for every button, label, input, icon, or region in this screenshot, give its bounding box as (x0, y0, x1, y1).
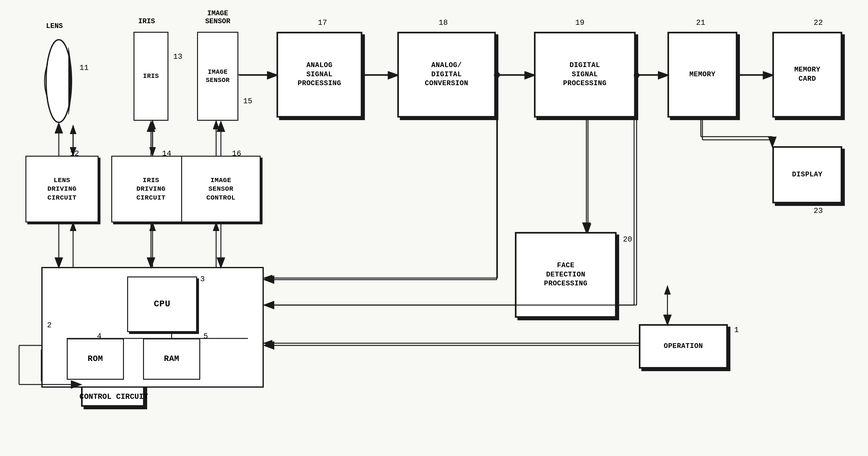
ram-ref: 5 (204, 332, 208, 340)
display-block: DISPLAY (772, 146, 842, 203)
image-sensor-control-ref: 16 (232, 149, 241, 158)
memory-block: MEMORY (668, 32, 737, 118)
lens-driving-block: LENSDRIVINGCIRCUIT (25, 156, 98, 222)
rom-block: ROM (67, 338, 124, 380)
cpu-block: CPU (127, 276, 197, 332)
iris-driving-block: IRISDRIVINGCIRCUIT (111, 156, 191, 222)
cpu-ref: 3 (200, 275, 205, 284)
display-ref: 23 (814, 206, 823, 215)
lens-label: LENS (46, 22, 63, 30)
memory-card-block: MEMORYCARD (772, 32, 842, 118)
iris-driving-ref: 14 (162, 149, 171, 158)
image-sensor-control-block: IMAGESENSORCONTROL (181, 156, 260, 222)
analog-digital-ref: 18 (439, 19, 448, 27)
analog-digital-block: ANALOG/DIGITALCONVERSION (397, 32, 496, 118)
lens-ref: 11 (80, 64, 89, 72)
analog-signal-block: ANALOGSIGNALPROCESSING (277, 32, 362, 118)
diagram-container: LENS 11 IRIS IRIS 13 IMAGESENSOR IMAGESE… (0, 0, 868, 456)
face-detection-ref: 20 (623, 235, 632, 244)
analog-signal-ref: 17 (318, 19, 327, 27)
control-circuit-label: CONTROL CIRCUIT (80, 392, 148, 401)
control-circuit-ref: 2 (47, 321, 52, 329)
digital-signal-ref: 19 (575, 19, 585, 27)
svg-point-31 (46, 40, 71, 122)
memory-card-ref: 22 (814, 19, 823, 27)
face-detection-block: FACEDETECTIONPROCESSING (515, 232, 617, 318)
image-sensor-block: IMAGESENSOR (197, 32, 238, 121)
iris-label: IRIS (138, 18, 155, 25)
image-sensor-label: IMAGESENSOR (194, 9, 242, 25)
operation-ref: 1 (734, 326, 739, 334)
digital-signal-block: DIGITALSIGNALPROCESSING (534, 32, 636, 118)
iris-ref: 13 (173, 53, 182, 61)
memory-ref: 21 (696, 19, 705, 27)
ram-block: RAM (143, 338, 200, 380)
iris-block: IRIS (133, 32, 168, 121)
lens-shape (38, 38, 80, 124)
operation-block: OPERATION (639, 324, 728, 369)
image-sensor-ref: 15 (243, 97, 252, 105)
rom-ref: 4 (97, 332, 101, 340)
lens-driving-ref: 12 (70, 149, 79, 158)
